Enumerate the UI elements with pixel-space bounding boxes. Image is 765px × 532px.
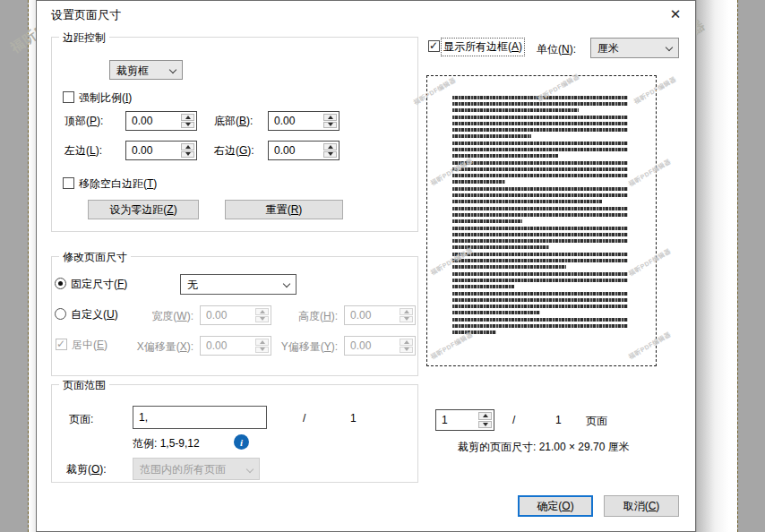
document-crop-edge-right — [737, 0, 738, 532]
crop-box-type-combobox[interactable]: 裁剪框 — [109, 60, 183, 80]
spinner-arrows — [400, 308, 413, 322]
width-label: 宽度(W): — [126, 309, 193, 324]
preview-paragraph — [452, 292, 628, 314]
cropped-size-info: 裁剪的页面尺寸: 21.00 × 29.70 厘米 — [458, 440, 630, 455]
spinner-arrows[interactable] — [478, 412, 492, 428]
preview-page-slash: / — [512, 414, 515, 426]
y-offset-label: Y偏移量(Y): — [262, 339, 338, 355]
top-margin-spinner[interactable]: 0.00 — [125, 111, 197, 131]
unit-value: 厘米 — [597, 41, 619, 56]
spinner-value: 0.00 — [274, 115, 295, 127]
preview-paragraph — [452, 318, 628, 334]
spinner-value: 0.00 — [206, 309, 227, 322]
preview-pages-label: 页面 — [586, 414, 607, 429]
unit-combobox[interactable]: 厘米 — [590, 38, 679, 58]
spinner-value: 0.00 — [350, 339, 371, 352]
preview-page-total: 1 — [555, 414, 562, 426]
center-checkbox — [56, 339, 67, 350]
fixed-size-radio[interactable] — [55, 278, 66, 289]
spinner-arrows[interactable] — [181, 143, 194, 158]
preview-paragraph — [452, 161, 628, 184]
height-spinner: 0.00 — [344, 305, 416, 325]
chevron-down-icon — [169, 66, 176, 73]
show-all-borders-label[interactable]: 显示所有边框(A) — [442, 39, 524, 56]
preview-paragraph — [452, 207, 628, 223]
crop-box-type-value: 裁剪框 — [116, 64, 149, 79]
left-margin-spinner[interactable]: 0.00 — [125, 141, 197, 160]
editor-background: 福昕P 编辑器 设置页面尺寸 ✕ 边距控制 裁剪框 强制比例(I) 顶部(P):… — [0, 0, 765, 532]
fixed-size-combobox[interactable]: 无 — [180, 274, 297, 295]
custom-size-label[interactable]: 自定义(U) — [71, 307, 118, 322]
page-slash: / — [303, 412, 305, 425]
remove-white-margins-checkbox[interactable] — [63, 177, 74, 189]
bottom-margin-spinner[interactable]: 0.00 — [268, 111, 340, 131]
center-label: 居中(E) — [72, 338, 107, 353]
preview-paragraph — [452, 187, 628, 203]
fixed-size-value: 无 — [187, 278, 198, 293]
spinner-value: 0.00 — [274, 144, 295, 157]
spinner-value: 0.00 — [350, 309, 371, 322]
spinner-value: 0.00 — [206, 339, 227, 352]
left-margin-label: 左边(L): — [64, 143, 102, 159]
resize-group-legend: 修改页面尺寸 — [59, 250, 131, 265]
unit-label: 单位(N): — [537, 42, 576, 57]
set-zero-margins-button[interactable]: 设为零边距(Z) — [88, 200, 199, 219]
ok-button[interactable]: 确定(O) — [518, 495, 593, 517]
spinner-arrows — [400, 339, 413, 353]
constrain-proportions-checkbox[interactable] — [63, 91, 74, 103]
preview-paragraph — [452, 227, 628, 249]
height-label: 高度(H): — [274, 309, 338, 324]
spinner-arrows[interactable] — [323, 143, 337, 158]
crop-scope-label: 裁剪(O): — [66, 462, 107, 477]
crop-scope-combobox: 范围内的所有页面 — [133, 458, 260, 480]
spinner-value: 1 — [442, 414, 448, 426]
spinner-arrows[interactable] — [181, 114, 194, 128]
page-label: 页面: — [69, 412, 93, 427]
cancel-button[interactable]: 取消(C) — [604, 495, 679, 517]
page-range-legend: 页面范围 — [59, 378, 109, 393]
range-example-label: 范例: 1,5-9,12 — [133, 436, 200, 451]
x-offset-label: X偏移量(X): — [116, 339, 193, 355]
preview-paragraph — [452, 272, 628, 288]
page-preview — [426, 75, 657, 366]
preview-paragraph — [452, 253, 628, 269]
constrain-proportions-label[interactable]: 强制比例(I) — [79, 90, 132, 106]
chevron-down-icon — [246, 466, 254, 473]
fixed-size-label[interactable]: 固定尺寸(F) — [71, 277, 127, 292]
page-range-input[interactable] — [133, 406, 267, 429]
bottom-margin-label: 底部(B): — [214, 114, 253, 129]
spinner-value: 0.00 — [132, 144, 152, 157]
page-total: 1 — [350, 412, 357, 425]
document-page-left — [29, 0, 36, 532]
margin-group-legend: 边距控制 — [59, 30, 109, 46]
reset-button[interactable]: 重置(R) — [225, 200, 343, 219]
document-page-right — [697, 0, 737, 532]
page-title: 设置页面尺寸 — [51, 7, 121, 23]
remove-white-margins-label[interactable]: 移除空白边距(T) — [79, 176, 157, 192]
preview-paragraph — [452, 142, 628, 158]
preview-paragraph — [452, 116, 628, 138]
chevron-down-icon — [283, 280, 290, 287]
dialog: 设置页面尺寸 ✕ 边距控制 裁剪框 强制比例(I) 顶部(P): 0.00 底部… — [36, 0, 696, 532]
preview-text — [452, 96, 628, 338]
right-margin-spinner[interactable]: 0.00 — [268, 141, 340, 160]
spinner-value: 0.00 — [132, 115, 152, 127]
width-spinner: 0.00 — [200, 305, 271, 325]
right-margin-label: 右边(G): — [214, 143, 254, 159]
info-icon[interactable]: i — [234, 434, 249, 450]
preview-page-spinner[interactable]: 1 — [435, 409, 494, 431]
x-offset-spinner: 0.00 — [200, 336, 271, 356]
close-icon[interactable]: ✕ — [665, 4, 686, 24]
top-margin-label: 顶部(P): — [64, 114, 103, 129]
chevron-down-icon — [666, 44, 673, 51]
show-all-borders-checkbox[interactable] — [428, 40, 440, 52]
y-offset-spinner: 0.00 — [344, 336, 416, 356]
crop-scope-value: 范围内的所有页面 — [140, 462, 226, 477]
spinner-arrows[interactable] — [323, 114, 337, 128]
spinner-arrows — [255, 308, 269, 322]
custom-size-radio[interactable] — [55, 308, 66, 320]
